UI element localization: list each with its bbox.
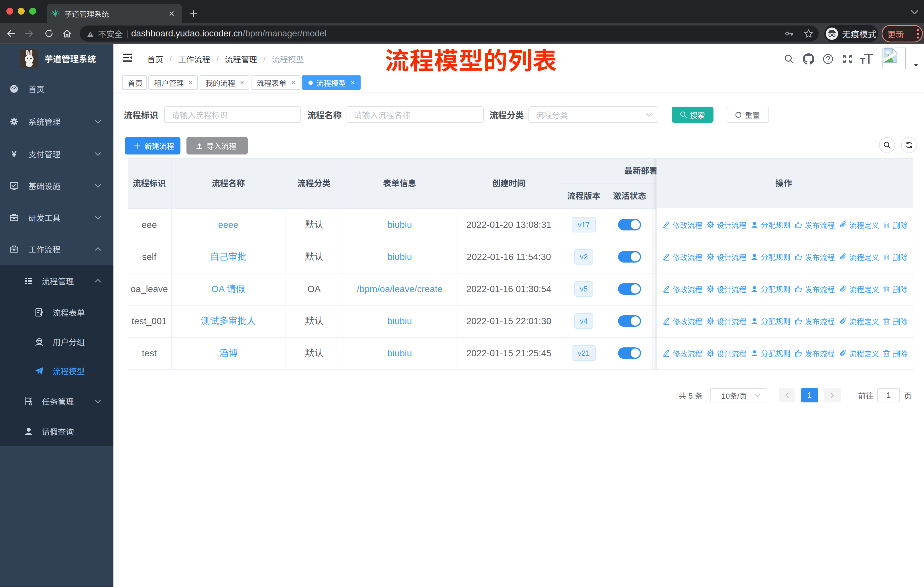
svg-text:¥: ¥ <box>12 149 16 159</box>
